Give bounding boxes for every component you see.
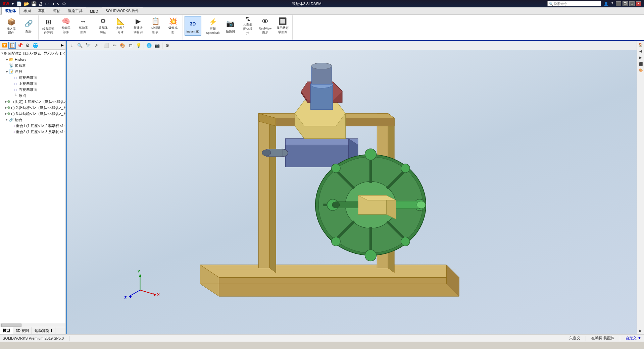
move-part-button[interactable]: ↔ 移动零部件 [75,16,92,36]
featureman-button[interactable]: 📋 [8,42,16,49]
confman-button[interactable]: ⚙ [24,42,31,49]
tree-root[interactable]: ▼ ⚙ 装配体2（默认<默认_显示状态-1>） [0,50,65,56]
hscroll-thumb[interactable] [1,324,21,327]
right-expand-icon[interactable]: ▶ [638,328,644,334]
right-forward-icon[interactable]: ▶ [638,54,644,60]
right-color-icon[interactable]: 🎨 [638,67,644,73]
smart-parts-button[interactable]: 🧠 智能零部件 [57,16,74,36]
window-max-button[interactable]: □ [629,1,635,6]
part2-expand[interactable]: ▶ [5,106,7,109]
tree-part3[interactable]: ▶ ⚙ (-) 3.从动轮<1>（默认<<默认>_显 [0,111,65,117]
vp-zoom-button[interactable]: 🔭 [84,42,92,49]
material-table-button[interactable]: 📋 材料明细表 [147,16,164,36]
tree-part1[interactable]: ▶ ⚙ （固定) 1.底座<1>（默认<<默认>_显 [0,99,65,105]
search-input[interactable] [554,2,587,6]
explode-view-button[interactable]: 💥 爆炸视图 [164,16,181,36]
globe-button[interactable]: 🌐 [32,42,39,49]
save-icon[interactable]: 💾 [31,1,37,6]
tree-history[interactable]: ▶ 📂 History [0,56,65,62]
new-motion-button[interactable]: ▶ 新建运动算例 [130,16,146,36]
help-icon[interactable]: ? [611,2,613,6]
undo-icon[interactable]: ↩ [45,1,49,6]
mate-button[interactable]: 🔗 配合 [20,16,37,36]
speedpak-button[interactable]: ⚡ 更新Speedpak [204,16,221,36]
svg-marker-62 [139,274,142,277]
vp-section-view-button[interactable]: ⬜ [103,42,110,49]
right-appearance-icon[interactable]: ⬛ [638,61,644,67]
large-assembly-button[interactable]: 🏗 大型装配体模式 [239,16,256,36]
vp-sep2 [144,43,144,49]
tree-mate1[interactable]: ▶ ⊿ 重合1 (1.底座<1>,2.驱动杆<1: [0,123,65,129]
assembly-features-button[interactable]: ⚙ 装配体特征 [95,16,111,36]
part3-expand[interactable]: ▶ [5,112,7,115]
tab-motion[interactable]: 运动算例 1 [32,327,55,334]
tree-mate2[interactable]: ▶ ⊿ 重合2 (1.底座<1>,3.从动轮<1: [0,129,65,135]
vp-orientation-button[interactable]: ↕ [68,42,76,49]
vp-rotate-button[interactable]: ↗ [92,42,100,49]
vp-hide-show-button[interactable]: ◻ [127,42,134,49]
tree-container[interactable]: ▼ ⚙ 装配体2（默认<默认_显示状态-1>） ▶ 📂 History ▶ 📡 … [0,50,65,323]
tab-layout[interactable]: 布局 [20,7,35,14]
redo-icon[interactable]: ↪ [51,1,54,6]
sw-logo: SW [3,1,9,6]
root-expand[interactable]: ▼ [1,52,4,55]
user-icon[interactable]: 👤 [604,2,608,6]
print-icon[interactable]: 🖨 [39,1,43,6]
tree-right-plane[interactable]: ▶ ◻ 右视基准面 [0,86,65,93]
viewport[interactable]: ↕ 🔍 🔭 ↗ ⬜ ✏ 🎨 ◻ 💡 🌐 📷 ⚙ [67,41,637,334]
tree-sensor[interactable]: ▶ 📡 传感器 [0,62,65,68]
tree-front-plane[interactable]: ▶ ◻ 前视基准面 [0,74,65,80]
history-expand[interactable]: ▶ [5,58,9,61]
vp-display-style-button[interactable]: ✏ [111,42,118,49]
vp-zoom-fit-button[interactable]: 🔍 [76,42,84,49]
sensor-expand[interactable]: ▶ [5,64,9,67]
linear-pattern-button[interactable]: ⊞ 线条零部件阵列 [40,16,57,36]
instant3d-label: Instant3D [186,30,199,33]
tab-mbd[interactable]: MBD [86,8,102,14]
options-icon[interactable]: ⚙ [62,1,66,6]
vp-settings-button[interactable]: ⚙ [164,42,171,49]
tab-3dview[interactable]: 3D 视图 [13,327,32,334]
mates-expand[interactable]: ▼ [5,118,9,121]
svg-text:X: X [157,293,160,297]
propman-button[interactable]: 📌 [16,42,23,49]
tree-part2[interactable]: ▶ ⚙ (-) 2.驱动杆<1>（默认<<默认>_显 [0,105,65,111]
search-bar[interactable]: 🔍 [547,1,601,6]
annotation-expand[interactable]: ▶ [5,70,9,73]
vp-scene-button[interactable]: 🌐 [145,42,153,49]
filter-button[interactable]: 🔽 [1,42,8,49]
status-customize[interactable]: 自定义 ▼ [626,336,641,341]
right-back-icon[interactable]: ◀ [638,48,644,54]
tab-assembly[interactable]: 装配体 [1,7,20,15]
ref-geometry-button[interactable]: 📐 参考几何体 [112,16,129,36]
tree-annotation[interactable]: ▶ 📝 注解 [0,68,65,74]
tree-origin[interactable]: ▶ └ 原点 [0,93,65,99]
tab-model[interactable]: 模型 [0,327,13,334]
window-min-button[interactable]: ─ [616,1,621,6]
tab-plugins[interactable]: SOLIDWORKS 插件 [102,7,143,14]
select-icon[interactable]: ↖ [56,1,60,6]
window-close-button[interactable]: ✕ [636,1,641,6]
vp-appearance-button[interactable]: 🎨 [119,42,126,49]
tree-mates[interactable]: ▼ 🔗 配合 [0,117,65,123]
part1-expand[interactable]: ▶ [5,100,7,103]
realview-button[interactable]: 👁 RealView图形 [257,16,274,36]
vp-lighting-button[interactable]: 💡 [135,42,142,49]
window-restore-button[interactable]: ❐ [623,1,628,6]
panel-expand-arrow[interactable]: ▶ [60,42,65,49]
title-menu-icon[interactable]: ▼ [11,2,14,6]
tree-top-plane[interactable]: ▶ ◻ 上视基准面 [0,80,65,86]
tab-sketch[interactable]: 草图 [35,7,49,14]
display-states-button[interactable]: 🔲 显示状态零部件 [274,16,291,36]
instant3d-button[interactable]: 3D Instant3D [185,16,201,36]
right-home-icon[interactable]: 🏠 [638,42,644,48]
new-icon[interactable]: 📄 [16,1,22,6]
tab-render[interactable]: 渲染工具 [64,7,86,14]
tab-evaluate[interactable]: 评估 [49,7,64,14]
insert-part-button[interactable]: 📦 插入零部件 [3,16,19,36]
top-plane-icon: ◻ [13,81,18,86]
vp-camera-button[interactable]: 📷 [153,42,161,49]
hscroll[interactable] [0,323,65,327]
snapshot-button[interactable]: 📷 拍快照 [222,16,239,36]
open-icon[interactable]: 📂 [24,1,29,6]
